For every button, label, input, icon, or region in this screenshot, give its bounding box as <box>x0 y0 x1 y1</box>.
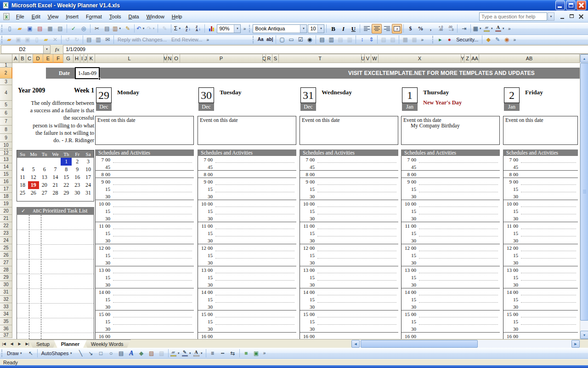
time-slot[interactable]: 1400 <box>198 288 296 296</box>
time-slot[interactable]: 900 <box>198 178 296 185</box>
visual-basic-editor-icon[interactable]: ◆ <box>484 35 493 44</box>
time-slot[interactable]: 15 <box>96 230 194 237</box>
time-slot[interactable]: 15 <box>503 274 578 281</box>
decrease-decimal-icon[interactable]: .00→.0 <box>446 24 456 34</box>
time-slot[interactable]: 30 <box>503 281 578 288</box>
dropdown-arrow-icon[interactable]: ▼ <box>478 27 483 30</box>
sort-descending-icon[interactable]: ZA↓ <box>193 24 203 34</box>
column-header-U[interactable]: U <box>362 54 365 63</box>
font-size-combo[interactable]: 10▼ <box>308 24 324 33</box>
row-header-12[interactable]: 12 <box>0 150 12 156</box>
horizontal-scroll-thumb[interactable] <box>361 340 478 348</box>
time-slot[interactable]: 30 <box>300 303 398 310</box>
calendar-day-17[interactable]: 17 <box>83 173 94 181</box>
column-header-P[interactable]: P <box>180 54 263 63</box>
time-slot[interactable]: 1300 <box>96 266 194 274</box>
question-dropdown-icon[interactable]: ▼ <box>548 12 554 21</box>
calendar-day-12[interactable]: 12 <box>28 173 39 181</box>
column-header-F[interactable]: F <box>53 54 63 63</box>
line-color-icon[interactable]: ✎▼ <box>181 348 193 358</box>
time-slot[interactable]: 30 <box>96 281 194 288</box>
calendar-day-13[interactable]: 13 <box>39 173 50 181</box>
fill-color-icon[interactable]: ▰▼ <box>483 24 495 34</box>
time-slot[interactable]: 30 <box>503 303 578 310</box>
toggle-grid-icon[interactable]: ▦ <box>401 35 410 44</box>
time-slot[interactable]: 30 <box>300 215 398 222</box>
time-slot[interactable]: 1200 <box>96 244 194 252</box>
time-slot[interactable]: 15 <box>300 230 398 237</box>
dropdown-arrow-icon[interactable]: ▼ <box>490 27 494 30</box>
calendar-day-7[interactable]: 7 <box>50 166 61 173</box>
menu-item-window[interactable]: Window <box>143 12 168 21</box>
time-slot[interactable]: 15 <box>96 274 194 281</box>
select-objects-icon[interactable]: ↖ <box>26 348 36 358</box>
row-header-28[interactable]: 28 <box>0 266 12 274</box>
calendar-day-14[interactable]: 14 <box>50 173 61 181</box>
dash-style-icon[interactable]: ┅ <box>218 348 228 358</box>
bold-icon[interactable]: B <box>328 24 338 34</box>
time-slot[interactable]: 30 <box>96 325 194 333</box>
currency-icon[interactable]: $ <box>405 24 415 34</box>
time-slot[interactable]: 1200 <box>401 244 500 252</box>
calendar-day-4[interactable]: 4 <box>17 166 28 173</box>
print-icon[interactable]: ▦ <box>45 24 55 34</box>
fill-handle[interactable] <box>98 78 101 80</box>
next-comment-icon[interactable]: ▣ <box>23 35 32 44</box>
format-painter-icon[interactable]: ✎ <box>123 24 133 34</box>
row-header-10[interactable]: 10 <box>0 142 12 149</box>
vertical-scrollbar[interactable]: ▲ ▼ <box>580 54 588 339</box>
column-header-AA[interactable]: AA <box>471 54 479 63</box>
time-slot[interactable]: 15 <box>300 318 398 325</box>
column-header-Q[interactable]: Q <box>263 54 266 63</box>
time-slot[interactable]: 30 <box>401 303 500 310</box>
dropdown-arrow-icon[interactable]: ▼ <box>141 27 146 30</box>
row-header-20[interactable]: 20 <box>0 207 12 215</box>
date-number[interactable]: 29 <box>96 87 112 103</box>
clip-art-icon[interactable]: ▨ <box>147 348 157 358</box>
time-slot[interactable]: 30 <box>96 303 194 310</box>
time-slot[interactable]: 30 <box>503 193 578 200</box>
time-slot[interactable]: 30 <box>198 215 296 222</box>
permission-icon[interactable]: ▤ <box>35 24 45 34</box>
time-slot[interactable]: 1100 <box>401 222 500 230</box>
text-box-icon[interactable]: ▤ <box>116 348 126 358</box>
column-header-N[interactable]: N <box>167 54 173 63</box>
calendar-day-31[interactable]: 31 <box>83 189 94 197</box>
edit-box-icon[interactable]: ab| <box>265 35 274 44</box>
time-slot[interactable]: 30 <box>401 281 500 288</box>
time-slot[interactable]: 15 <box>198 274 296 281</box>
row-header-9[interactable]: 9 <box>0 134 12 142</box>
column-header-O[interactable]: O <box>173 54 180 63</box>
calendar-day-22[interactable]: 22 <box>61 181 72 189</box>
time-slot[interactable]: 1100 <box>96 222 194 230</box>
shadow-style-icon[interactable]: ■ <box>241 348 251 358</box>
oval-icon[interactable]: ○ <box>106 348 116 358</box>
mail-recipient-icon[interactable]: ✉ <box>103 35 112 44</box>
toolbar-grip[interactable] <box>249 25 250 32</box>
time-slot[interactable]: 800 <box>300 171 398 178</box>
time-slot[interactable]: 1400 <box>96 288 194 296</box>
row-header-23[interactable]: 23 <box>0 230 12 237</box>
time-slot[interactable]: 1000 <box>503 200 578 207</box>
time-slot[interactable]: 15 <box>401 274 500 281</box>
ink-annotations-icon[interactable]: ✎ <box>159 24 170 34</box>
date-number[interactable]: 1 <box>402 87 418 103</box>
scroll-left-icon[interactable]: ◀ <box>351 340 360 348</box>
autoshapes-menu-button[interactable]: AutoShapes▼ <box>39 348 76 358</box>
sheet-tab-planner[interactable]: Planner <box>54 339 87 348</box>
row-header-13[interactable]: 13 <box>0 156 12 163</box>
time-slot[interactable]: 15 <box>96 296 194 303</box>
label-control-icon[interactable]: Aa <box>256 35 265 44</box>
time-slot[interactable]: 30 <box>401 215 500 222</box>
row-header-34[interactable]: 34 <box>0 310 12 318</box>
name-box-dropdown-icon[interactable]: ▼ <box>43 46 50 53</box>
time-slot[interactable]: 30 <box>96 237 194 244</box>
time-slot[interactable]: 45 <box>503 163 578 171</box>
toolbar-options-icon[interactable]: » <box>261 348 268 358</box>
calendar-day-15[interactable]: 15 <box>61 173 72 181</box>
date-number[interactable]: 2 <box>504 87 520 103</box>
column-header-V[interactable]: V <box>365 54 371 63</box>
row-header-37[interactable]: 37 <box>0 333 12 338</box>
row-header-6[interactable]: 6 <box>0 109 12 117</box>
calendar-day-30[interactable]: 30 <box>72 189 83 197</box>
